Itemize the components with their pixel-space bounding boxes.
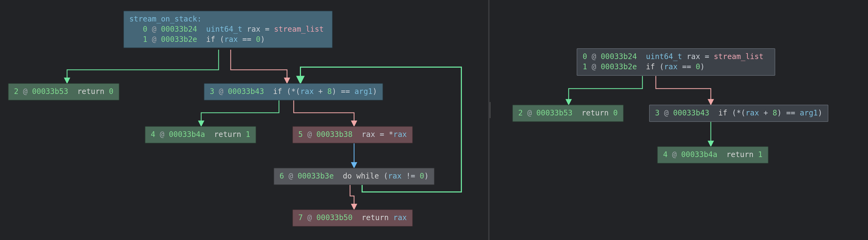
addr: 00033b24: [600, 52, 637, 61]
cmp: ==: [242, 35, 251, 44]
call: stream_list: [714, 52, 764, 61]
lit: 0: [256, 35, 260, 44]
type: uint64_t: [206, 25, 243, 34]
addr: 00033b4a: [681, 150, 717, 159]
op: ): [260, 35, 265, 44]
idx: 1: [143, 35, 148, 44]
op: (*(: [287, 87, 301, 96]
idx: 4: [151, 130, 155, 139]
left-node-6[interactable]: 6 @ 00033b3e do while (rax != 0): [274, 168, 435, 185]
right-node-4[interactable]: 4 @ 00033b4a return 1: [657, 146, 769, 163]
left-node-4[interactable]: 4 @ 00033b4a return 1: [145, 126, 256, 143]
pane-splitter-grip-icon: [490, 102, 490, 118]
idx: 2: [14, 87, 19, 96]
idx: 0: [143, 25, 148, 34]
addr: 00033b53: [536, 109, 572, 117]
idx: 4: [663, 150, 668, 159]
lit: 0: [613, 109, 618, 117]
kw: if: [646, 62, 655, 71]
kw: do while: [343, 172, 379, 180]
var: rax: [247, 25, 260, 34]
addr: 00033b53: [32, 87, 68, 96]
kw: return: [726, 150, 753, 159]
arg: arg1: [800, 109, 817, 117]
left-node-7[interactable]: 7 @ 00033b50 return rax: [292, 209, 413, 227]
kw: return: [362, 213, 389, 222]
eq: =: [265, 25, 270, 34]
var: rax: [362, 130, 375, 139]
lit: 0: [420, 172, 424, 180]
var: rax: [687, 52, 700, 61]
op: (: [220, 35, 224, 44]
op: (: [383, 172, 388, 180]
op: ) ==: [777, 109, 795, 117]
var: rax: [300, 87, 314, 96]
at: @: [289, 172, 293, 180]
idx: 3: [655, 109, 659, 117]
op: ): [818, 109, 823, 117]
left-node-3[interactable]: 3 @ 00033b43 if (*(rax + 8) == arg1): [204, 83, 383, 100]
star: *: [389, 130, 393, 139]
at: @: [219, 87, 223, 96]
left-node-2[interactable]: 2 @ 00033b53 return 0: [8, 83, 119, 100]
op: ): [424, 172, 429, 180]
at: @: [664, 109, 669, 117]
cmp: !=: [406, 172, 415, 180]
kw: if: [206, 35, 215, 44]
at: @: [152, 35, 156, 44]
lit: 1: [246, 130, 250, 139]
arg: arg1: [354, 87, 372, 96]
lit: 8: [773, 109, 777, 117]
at: @: [527, 109, 532, 117]
var: rax: [393, 213, 407, 222]
at: @: [307, 130, 312, 139]
right-node-header[interactable]: 0 @ 00033b24 uint64_t rax = stream_list …: [577, 48, 775, 76]
plus: +: [764, 109, 768, 117]
call: stream_list: [274, 25, 323, 34]
addr: 00033b3e: [298, 172, 334, 180]
op: ) ==: [332, 87, 350, 96]
at: @: [23, 87, 28, 96]
at: @: [307, 213, 312, 222]
lit: 0: [109, 87, 114, 96]
kw: return: [582, 109, 609, 117]
eq: =: [379, 130, 384, 139]
left-node-header[interactable]: stream_on_stack: 0 @ 00033b24 uint64_t r…: [123, 11, 333, 48]
idx: 7: [298, 213, 303, 222]
op: (: [659, 62, 664, 71]
addr: 00033b50: [316, 213, 352, 222]
kw: return: [214, 130, 241, 139]
var2: rax: [393, 130, 407, 139]
at: @: [152, 25, 156, 34]
idx: 1: [583, 62, 587, 71]
var: rax: [745, 109, 759, 117]
var: rax: [224, 35, 238, 44]
pane-splitter[interactable]: [488, 0, 490, 240]
right-node-3[interactable]: 3 @ 00033b43 if (*(rax + 8) == arg1): [649, 105, 828, 122]
op: ): [373, 87, 377, 96]
idx: 2: [518, 109, 523, 117]
at: @: [160, 130, 164, 139]
right-node-2[interactable]: 2 @ 00033b53 return 0: [512, 105, 624, 122]
idx: 3: [210, 87, 214, 96]
left-node-5[interactable]: 5 @ 00033b38 rax = *rax: [292, 126, 413, 143]
kw: if: [273, 87, 282, 96]
left-pane: stream_on_stack: 0 @ 00033b24 uint64_t r…: [0, 0, 488, 240]
addr: 00033b2e: [600, 62, 637, 71]
idx: 5: [298, 130, 303, 139]
idx: 0: [583, 52, 587, 61]
lit: 1: [758, 150, 763, 159]
plus: +: [318, 87, 323, 96]
eq: =: [705, 52, 709, 61]
at: @: [672, 150, 677, 159]
lit: 8: [327, 87, 332, 96]
op: (*(: [732, 109, 746, 117]
at: @: [592, 62, 596, 71]
var: rax: [388, 172, 402, 180]
addr: 00033b24: [161, 25, 197, 34]
addr: 00033b43: [228, 87, 264, 96]
op: ): [700, 62, 705, 71]
lit: 0: [695, 62, 700, 71]
kw: if: [718, 109, 727, 117]
kw: return: [77, 87, 104, 96]
